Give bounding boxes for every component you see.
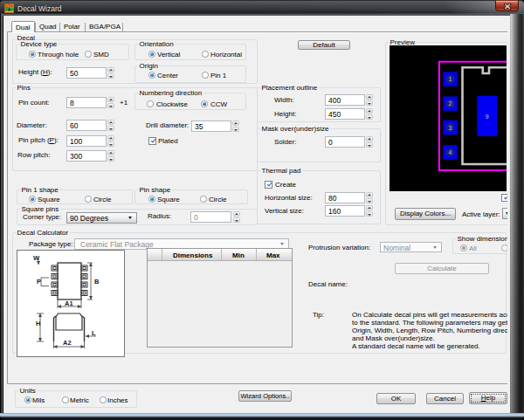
- svg-text:W: W: [33, 254, 40, 262]
- svg-text:9: 9: [486, 114, 489, 120]
- svg-text:PADS: PADS: [5, 4, 14, 9]
- svg-text:4: 4: [449, 149, 452, 155]
- svg-text:B: B: [94, 278, 100, 286]
- svg-text:3: 3: [449, 125, 452, 131]
- svg-text:2: 2: [449, 100, 452, 107]
- svg-text:A2: A2: [63, 339, 72, 347]
- svg-text:1: 1: [449, 76, 452, 82]
- svg-text:A1: A1: [65, 300, 73, 307]
- svg-text:H: H: [36, 320, 40, 327]
- svg-text:L: L: [92, 329, 96, 337]
- svg-text:P: P: [37, 278, 41, 286]
